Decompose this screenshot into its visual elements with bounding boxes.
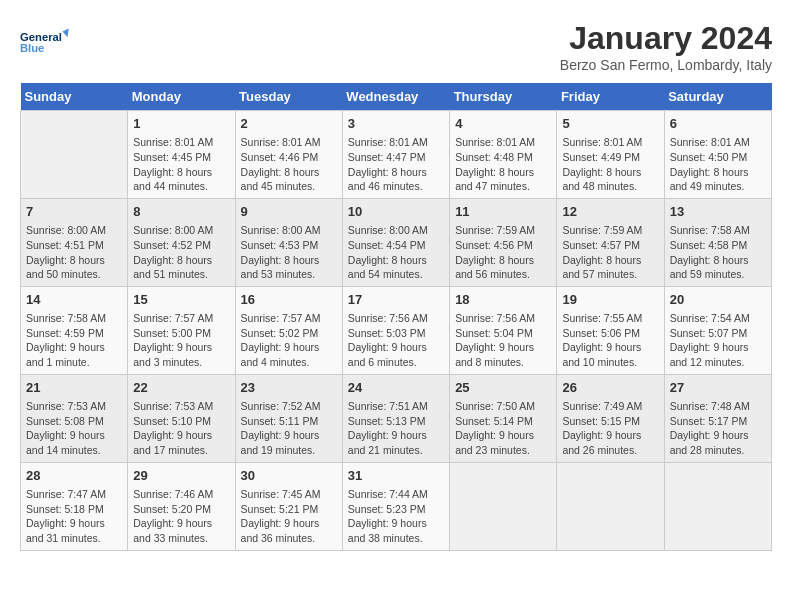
calendar-cell: 18Sunrise: 7:56 AMSunset: 5:04 PMDayligh… <box>450 286 557 374</box>
calendar-cell: 9Sunrise: 8:00 AMSunset: 4:53 PMDaylight… <box>235 198 342 286</box>
calendar-cell: 3Sunrise: 8:01 AMSunset: 4:47 PMDaylight… <box>342 111 449 199</box>
day-info: Sunrise: 7:53 AMSunset: 5:10 PMDaylight:… <box>133 399 229 458</box>
day-info: Sunrise: 7:47 AMSunset: 5:18 PMDaylight:… <box>26 487 122 546</box>
calendar-cell <box>21 111 128 199</box>
day-number: 10 <box>348 203 444 221</box>
location: Berzo San Fermo, Lombardy, Italy <box>560 57 772 73</box>
day-info: Sunrise: 8:01 AMSunset: 4:48 PMDaylight:… <box>455 135 551 194</box>
logo: General Blue <box>20 20 70 65</box>
calendar-cell: 15Sunrise: 7:57 AMSunset: 5:00 PMDayligh… <box>128 286 235 374</box>
day-info: Sunrise: 8:00 AMSunset: 4:54 PMDaylight:… <box>348 223 444 282</box>
day-info: Sunrise: 8:01 AMSunset: 4:49 PMDaylight:… <box>562 135 658 194</box>
day-info: Sunrise: 7:56 AMSunset: 5:04 PMDaylight:… <box>455 311 551 370</box>
day-number: 29 <box>133 467 229 485</box>
title-area: January 2024 Berzo San Fermo, Lombardy, … <box>560 20 772 73</box>
calendar-cell: 2Sunrise: 8:01 AMSunset: 4:46 PMDaylight… <box>235 111 342 199</box>
calendar-cell: 14Sunrise: 7:58 AMSunset: 4:59 PMDayligh… <box>21 286 128 374</box>
svg-marker-2 <box>63 28 69 37</box>
calendar-cell: 22Sunrise: 7:53 AMSunset: 5:10 PMDayligh… <box>128 374 235 462</box>
day-info: Sunrise: 7:52 AMSunset: 5:11 PMDaylight:… <box>241 399 337 458</box>
day-number: 20 <box>670 291 766 309</box>
day-number: 1 <box>133 115 229 133</box>
calendar-table: SundayMondayTuesdayWednesdayThursdayFrid… <box>20 83 772 551</box>
calendar-cell: 5Sunrise: 8:01 AMSunset: 4:49 PMDaylight… <box>557 111 664 199</box>
day-number: 21 <box>26 379 122 397</box>
calendar-cell: 13Sunrise: 7:58 AMSunset: 4:58 PMDayligh… <box>664 198 771 286</box>
calendar-cell: 19Sunrise: 7:55 AMSunset: 5:06 PMDayligh… <box>557 286 664 374</box>
day-number: 19 <box>562 291 658 309</box>
day-info: Sunrise: 7:49 AMSunset: 5:15 PMDaylight:… <box>562 399 658 458</box>
day-info: Sunrise: 7:58 AMSunset: 4:58 PMDaylight:… <box>670 223 766 282</box>
day-number: 16 <box>241 291 337 309</box>
day-number: 26 <box>562 379 658 397</box>
calendar-cell: 27Sunrise: 7:48 AMSunset: 5:17 PMDayligh… <box>664 374 771 462</box>
day-number: 25 <box>455 379 551 397</box>
day-info: Sunrise: 7:45 AMSunset: 5:21 PMDaylight:… <box>241 487 337 546</box>
day-number: 28 <box>26 467 122 485</box>
day-number: 14 <box>26 291 122 309</box>
day-info: Sunrise: 7:55 AMSunset: 5:06 PMDaylight:… <box>562 311 658 370</box>
day-number: 3 <box>348 115 444 133</box>
day-number: 27 <box>670 379 766 397</box>
month-title: January 2024 <box>560 20 772 57</box>
calendar-cell: 20Sunrise: 7:54 AMSunset: 5:07 PMDayligh… <box>664 286 771 374</box>
column-header-sunday: Sunday <box>21 83 128 111</box>
day-info: Sunrise: 8:00 AMSunset: 4:51 PMDaylight:… <box>26 223 122 282</box>
calendar-cell: 29Sunrise: 7:46 AMSunset: 5:20 PMDayligh… <box>128 462 235 550</box>
column-header-monday: Monday <box>128 83 235 111</box>
day-number: 17 <box>348 291 444 309</box>
day-info: Sunrise: 7:50 AMSunset: 5:14 PMDaylight:… <box>455 399 551 458</box>
column-header-thursday: Thursday <box>450 83 557 111</box>
calendar-cell: 26Sunrise: 7:49 AMSunset: 5:15 PMDayligh… <box>557 374 664 462</box>
svg-text:Blue: Blue <box>20 42 44 54</box>
day-number: 30 <box>241 467 337 485</box>
day-number: 23 <box>241 379 337 397</box>
calendar-cell <box>450 462 557 550</box>
calendar-cell: 10Sunrise: 8:00 AMSunset: 4:54 PMDayligh… <box>342 198 449 286</box>
day-info: Sunrise: 8:01 AMSunset: 4:50 PMDaylight:… <box>670 135 766 194</box>
day-number: 6 <box>670 115 766 133</box>
day-info: Sunrise: 7:44 AMSunset: 5:23 PMDaylight:… <box>348 487 444 546</box>
calendar-cell: 21Sunrise: 7:53 AMSunset: 5:08 PMDayligh… <box>21 374 128 462</box>
column-header-saturday: Saturday <box>664 83 771 111</box>
week-row-3: 14Sunrise: 7:58 AMSunset: 4:59 PMDayligh… <box>21 286 772 374</box>
day-info: Sunrise: 7:56 AMSunset: 5:03 PMDaylight:… <box>348 311 444 370</box>
day-number: 13 <box>670 203 766 221</box>
column-header-friday: Friday <box>557 83 664 111</box>
calendar-cell: 1Sunrise: 8:01 AMSunset: 4:45 PMDaylight… <box>128 111 235 199</box>
day-number: 5 <box>562 115 658 133</box>
calendar-cell: 25Sunrise: 7:50 AMSunset: 5:14 PMDayligh… <box>450 374 557 462</box>
calendar-cell <box>664 462 771 550</box>
day-number: 9 <box>241 203 337 221</box>
day-number: 24 <box>348 379 444 397</box>
day-info: Sunrise: 7:59 AMSunset: 4:56 PMDaylight:… <box>455 223 551 282</box>
calendar-cell: 4Sunrise: 8:01 AMSunset: 4:48 PMDaylight… <box>450 111 557 199</box>
calendar-cell: 23Sunrise: 7:52 AMSunset: 5:11 PMDayligh… <box>235 374 342 462</box>
day-info: Sunrise: 8:00 AMSunset: 4:52 PMDaylight:… <box>133 223 229 282</box>
day-info: Sunrise: 8:01 AMSunset: 4:47 PMDaylight:… <box>348 135 444 194</box>
calendar-cell: 31Sunrise: 7:44 AMSunset: 5:23 PMDayligh… <box>342 462 449 550</box>
calendar-cell: 24Sunrise: 7:51 AMSunset: 5:13 PMDayligh… <box>342 374 449 462</box>
week-row-2: 7Sunrise: 8:00 AMSunset: 4:51 PMDaylight… <box>21 198 772 286</box>
day-number: 15 <box>133 291 229 309</box>
day-info: Sunrise: 7:54 AMSunset: 5:07 PMDaylight:… <box>670 311 766 370</box>
calendar-cell: 12Sunrise: 7:59 AMSunset: 4:57 PMDayligh… <box>557 198 664 286</box>
day-number: 4 <box>455 115 551 133</box>
day-number: 22 <box>133 379 229 397</box>
day-info: Sunrise: 7:57 AMSunset: 5:00 PMDaylight:… <box>133 311 229 370</box>
column-header-wednesday: Wednesday <box>342 83 449 111</box>
day-info: Sunrise: 7:53 AMSunset: 5:08 PMDaylight:… <box>26 399 122 458</box>
day-number: 8 <box>133 203 229 221</box>
day-number: 31 <box>348 467 444 485</box>
week-row-5: 28Sunrise: 7:47 AMSunset: 5:18 PMDayligh… <box>21 462 772 550</box>
day-info: Sunrise: 7:48 AMSunset: 5:17 PMDaylight:… <box>670 399 766 458</box>
day-info: Sunrise: 7:51 AMSunset: 5:13 PMDaylight:… <box>348 399 444 458</box>
calendar-cell: 8Sunrise: 8:00 AMSunset: 4:52 PMDaylight… <box>128 198 235 286</box>
calendar-cell: 30Sunrise: 7:45 AMSunset: 5:21 PMDayligh… <box>235 462 342 550</box>
week-row-1: 1Sunrise: 8:01 AMSunset: 4:45 PMDaylight… <box>21 111 772 199</box>
week-row-4: 21Sunrise: 7:53 AMSunset: 5:08 PMDayligh… <box>21 374 772 462</box>
day-info: Sunrise: 8:01 AMSunset: 4:45 PMDaylight:… <box>133 135 229 194</box>
calendar-cell: 28Sunrise: 7:47 AMSunset: 5:18 PMDayligh… <box>21 462 128 550</box>
day-info: Sunrise: 7:57 AMSunset: 5:02 PMDaylight:… <box>241 311 337 370</box>
calendar-cell: 7Sunrise: 8:00 AMSunset: 4:51 PMDaylight… <box>21 198 128 286</box>
